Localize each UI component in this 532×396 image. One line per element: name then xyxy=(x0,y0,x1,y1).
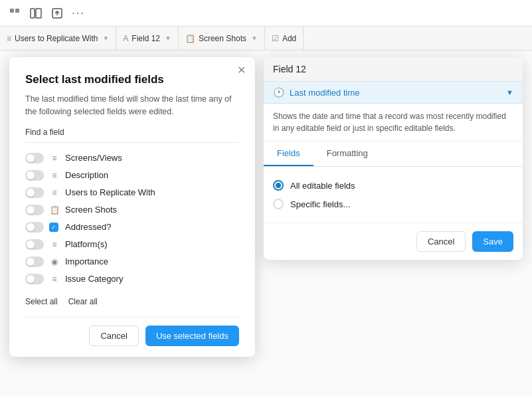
modal-footer: Cancel Use selected fields xyxy=(25,317,239,346)
toggle-addressed[interactable] xyxy=(25,222,44,233)
radio-specific-fields-circle xyxy=(273,199,284,209)
toggle-users-replicate[interactable] xyxy=(25,187,44,198)
field-item-addressed: ✓ Addressed? xyxy=(25,219,239,236)
main-area: ✕ Select last modified fields The last m… xyxy=(0,50,532,396)
radio-specific-fields[interactable]: Specific fields... xyxy=(273,195,513,213)
type-dropdown-arrow: ▼ xyxy=(506,88,513,96)
right-cancel-button[interactable]: Cancel xyxy=(416,231,466,252)
toolbar: ··· xyxy=(0,0,532,27)
users-col-arrow: ▼ xyxy=(102,35,109,42)
right-field-panel: 🕐 Last modified time ▼ Shows the date an… xyxy=(264,57,523,260)
screenshots-field-name: Screen Shots xyxy=(65,205,239,215)
tab-content: All editable fields Specific fields... xyxy=(264,167,523,223)
importance-icon: ◉ xyxy=(49,257,60,266)
right-panel-footer: Cancel Save xyxy=(264,223,523,260)
toggle-screens[interactable] xyxy=(25,153,44,163)
export-icon[interactable] xyxy=(50,7,64,20)
col-header-screenshots[interactable]: 📋 Screen Shots ▼ xyxy=(179,27,265,50)
checkbox-icon: ✓ xyxy=(49,223,58,232)
field-type-row[interactable]: 🕐 Last modified time ▼ xyxy=(264,82,523,104)
users-replicate-icon: ≡ xyxy=(49,188,60,197)
screenshots-col-arrow: ▼ xyxy=(251,35,258,42)
radio-all-fields-circle xyxy=(273,180,284,191)
svg-rect-1 xyxy=(15,9,19,13)
close-button[interactable]: ✕ xyxy=(237,65,246,76)
select-all-button[interactable]: Select all xyxy=(25,297,58,306)
importance-name: Importance xyxy=(65,256,239,266)
field12-col-arrow: ▼ xyxy=(165,35,171,42)
radio-specific-fields-label: Specific fields... xyxy=(290,199,350,209)
screenshots-col-icon: 📋 xyxy=(185,34,195,43)
col-header-users-label: Users to Replicate With xyxy=(15,34,98,43)
svg-rect-2 xyxy=(31,9,35,18)
users-replicate-name: Users to Replicate With xyxy=(65,187,239,197)
save-button[interactable]: Save xyxy=(472,231,513,252)
col-header-add-label: Add xyxy=(282,34,296,43)
field-name-input[interactable] xyxy=(273,64,513,74)
radio-all-fields[interactable]: All editable fields xyxy=(273,176,513,195)
platforms-icon: ≡ xyxy=(49,240,60,249)
field-name-row xyxy=(264,57,523,82)
description-name: Description xyxy=(65,170,239,180)
tab-fields[interactable]: Fields xyxy=(264,142,313,166)
modal-title: Select last modified fields xyxy=(25,73,239,86)
toggle-importance[interactable] xyxy=(25,256,44,267)
addressed-icon: ✓ xyxy=(49,223,60,232)
select-fields-modal: ✕ Select last modified fields The last m… xyxy=(9,57,255,357)
field-list-divider xyxy=(25,142,239,143)
field-type-description: Shows the date and time that a record wa… xyxy=(264,104,523,142)
users-col-icon: ≡ xyxy=(7,34,11,43)
screens-name: Screens/Views xyxy=(65,153,239,163)
tab-formatting-label: Formatting xyxy=(327,148,368,158)
radio-all-fields-label: All editable fields xyxy=(290,181,355,191)
tabs-row: Fields Formatting xyxy=(264,142,523,167)
col-header-users[interactable]: ≡ Users to Replicate With ▼ xyxy=(0,27,116,50)
clear-all-button[interactable]: Clear all xyxy=(68,297,98,306)
svg-rect-3 xyxy=(36,9,41,18)
field-item-screenshots: 📋 Screen Shots xyxy=(25,201,239,219)
field-item-users-replicate: ≡ Users to Replicate With xyxy=(25,184,239,201)
type-clock-icon: 🕐 xyxy=(273,87,284,98)
toggle-screenshots[interactable] xyxy=(25,205,44,215)
issue-category-name: Issue Category xyxy=(65,274,239,284)
more-icon[interactable]: ··· xyxy=(72,7,85,20)
platforms-name: Platform(s) xyxy=(65,239,239,249)
tab-formatting[interactable]: Formatting xyxy=(313,142,381,166)
toggle-issue-category[interactable] xyxy=(25,274,44,284)
screenshots-icon: 📋 xyxy=(49,205,60,215)
issue-category-icon: ≡ xyxy=(49,274,60,284)
addressed-name: Addressed? xyxy=(65,222,239,232)
toggle-platforms[interactable] xyxy=(25,239,44,250)
field12-col-icon: A xyxy=(123,34,128,43)
find-field-label: Find a field xyxy=(25,128,239,137)
field-item-issue-category: ≡ Issue Category xyxy=(25,270,239,288)
radio-all-fields-dot xyxy=(276,183,281,188)
svg-rect-0 xyxy=(10,9,14,13)
col-header-screenshots-label: Screen Shots xyxy=(199,34,246,43)
col-header-add[interactable]: ☑ Add xyxy=(265,27,304,50)
use-selected-button[interactable]: Use selected fields xyxy=(145,326,239,346)
field-item-platforms: ≡ Platform(s) xyxy=(25,236,239,253)
tab-fields-label: Fields xyxy=(277,148,300,158)
description-icon: ≡ xyxy=(49,171,60,180)
select-clear-row: Select all Clear all xyxy=(25,297,239,306)
field-item-description: ≡ Description xyxy=(25,167,239,184)
modal-description: The last modified time field will show t… xyxy=(25,93,239,118)
sidebar-icon[interactable] xyxy=(29,7,43,20)
column-headers-row: ≡ Users to Replicate With ▼ A Field 12 ▼… xyxy=(0,27,532,50)
add-col-icon: ☑ xyxy=(272,34,279,43)
field-item-importance: ◉ Importance xyxy=(25,253,239,270)
screens-icon: ≡ xyxy=(49,153,60,163)
color-icon[interactable] xyxy=(8,7,21,20)
left-cancel-button[interactable]: Cancel xyxy=(89,326,138,346)
col-header-field12-label: Field 12 xyxy=(132,34,160,43)
type-label: Last modified time xyxy=(290,88,501,98)
toggle-description[interactable] xyxy=(25,170,44,181)
field-item-screens: ≡ Screens/Views xyxy=(25,149,239,167)
col-header-field12[interactable]: A Field 12 ▼ xyxy=(116,27,179,50)
